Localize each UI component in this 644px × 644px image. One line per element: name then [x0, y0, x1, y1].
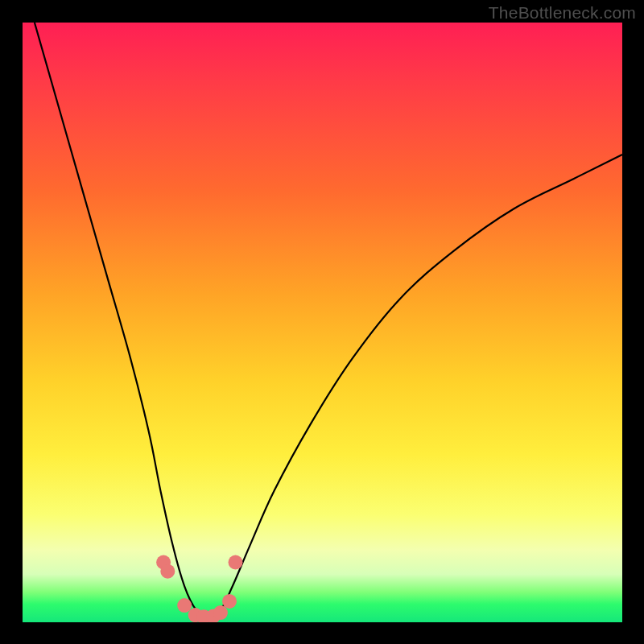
datapoint-marker	[229, 555, 243, 570]
datapoint-marker	[222, 594, 237, 609]
chart-area	[23, 23, 622, 622]
datapoint-marker	[213, 605, 228, 620]
curve-line	[35, 23, 622, 617]
datapoint-marker	[177, 598, 192, 613]
bottleneck-curve	[35, 23, 622, 617]
outer-frame: TheBottleneck.com	[0, 0, 644, 644]
watermark-text: TheBottleneck.com	[489, 3, 636, 23]
datapoint-markers	[156, 555, 242, 623]
chart-svg	[23, 23, 622, 622]
datapoint-marker	[160, 564, 175, 579]
